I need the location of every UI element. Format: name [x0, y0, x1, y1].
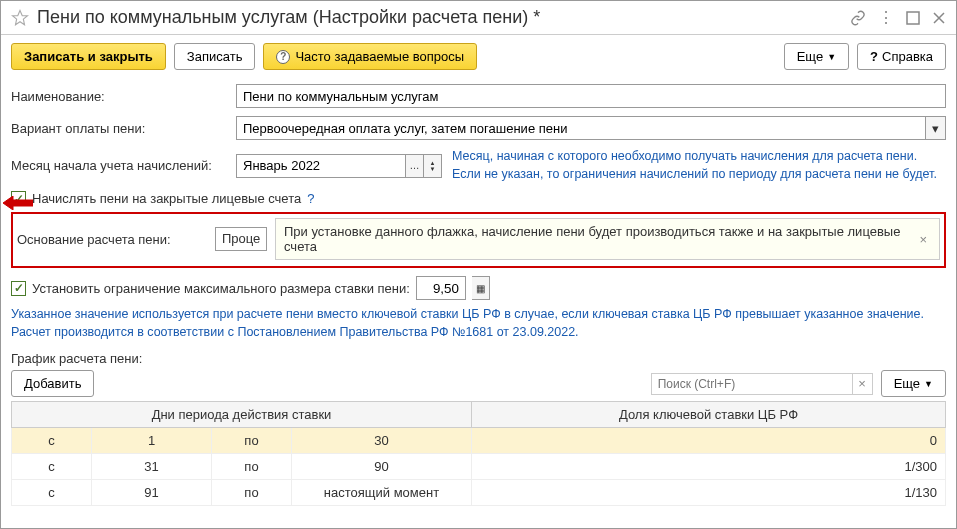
rate-info: Указанное значение используется при расч… [11, 306, 946, 341]
rate-input[interactable] [416, 276, 466, 300]
basis-label: Основание расчета пени: [17, 232, 207, 247]
table-header-days: Дни периода действия ставки [12, 402, 472, 428]
menu-icon[interactable]: ⋮ [878, 8, 894, 27]
basis-button-partial[interactable]: Проце [215, 227, 267, 251]
callout-arrow [3, 196, 33, 213]
ellipsis-button[interactable]: … [406, 154, 424, 178]
variant-label: Вариант оплаты пени: [11, 121, 236, 136]
highlighted-tooltip-area: Основание расчета пени: Проце При устано… [11, 212, 946, 268]
save-close-button[interactable]: Записать и закрыть [11, 43, 166, 70]
month-info: Месяц, начиная с которого необходимо пол… [452, 148, 946, 183]
svg-rect-0 [907, 12, 919, 24]
month-label: Месяц начала учета начислений: [11, 158, 236, 173]
calculator-icon[interactable]: ▦ [472, 276, 490, 300]
table-row[interactable]: с 31 по 90 1/300 [12, 454, 946, 480]
table-row[interactable]: с 91 по настоящий момент 1/130 [12, 480, 946, 506]
help-icon[interactable]: ? [307, 191, 314, 206]
table-header-rate: Доля ключевой ставки ЦБ РФ [472, 402, 946, 428]
maximize-icon[interactable] [906, 11, 920, 25]
table-more-button[interactable]: Еще▼ [881, 370, 946, 397]
table-row[interactable]: с 1 по 30 0 [12, 428, 946, 454]
question-icon: ? [276, 50, 290, 64]
search-input[interactable] [652, 374, 852, 394]
tooltip-text: При установке данного флажка, начисление… [284, 224, 915, 254]
chevron-down-icon[interactable]: ▾ [926, 116, 946, 140]
rate-limit-checkbox[interactable]: ✓ [11, 281, 26, 296]
month-input[interactable] [236, 154, 406, 178]
link-icon[interactable] [850, 10, 866, 26]
add-button[interactable]: Добавить [11, 370, 94, 397]
name-label: Наименование: [11, 89, 236, 104]
faq-button[interactable]: ?Часто задаваемые вопросы [263, 43, 477, 70]
schedule-table: Дни периода действия ставки Доля ключево… [11, 401, 946, 506]
chevron-down-icon: ▼ [924, 379, 933, 389]
tooltip-close-icon[interactable]: × [915, 232, 931, 247]
rate-label: Установить ограничение максимального раз… [32, 281, 410, 296]
save-button[interactable]: Записать [174, 43, 256, 70]
name-input[interactable] [236, 84, 946, 108]
close-icon[interactable] [932, 11, 946, 25]
help-button[interactable]: ?Справка [857, 43, 946, 70]
favorite-icon[interactable] [11, 9, 29, 27]
stepper-button[interactable]: ▲▼ [424, 154, 442, 178]
closed-accounts-label: Начислять пени на закрытые лицевые счета [32, 191, 301, 206]
window-title: Пени по коммунальным услугам (Настройки … [37, 7, 850, 28]
variant-select[interactable] [236, 116, 926, 140]
chevron-down-icon: ▼ [827, 52, 836, 62]
schedule-label: График расчета пени: [11, 351, 946, 366]
more-button[interactable]: Еще▼ [784, 43, 849, 70]
clear-search-icon[interactable]: × [852, 374, 872, 394]
